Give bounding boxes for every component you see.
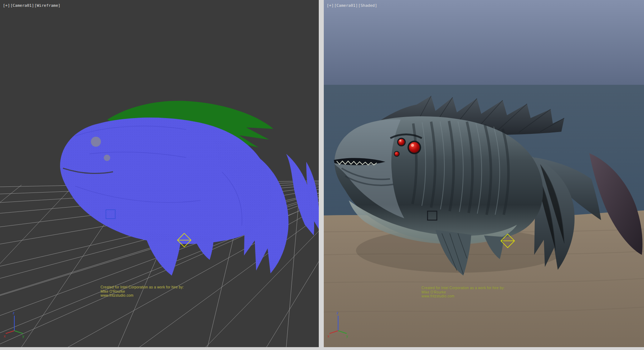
viewport-shading-menu[interactable]: [Wireframe] <box>34 3 60 8</box>
viewport-label-left: [+][Camera01][Wireframe] <box>3 3 61 8</box>
world-axis-tripod: z x y <box>4 310 29 339</box>
head-marking-small <box>104 155 110 161</box>
watermark-line-3: www.fritzstudio.com <box>421 294 505 298</box>
viewport-shading-menu[interactable]: [Shaded] <box>358 3 377 8</box>
viewport-general-menu[interactable]: [+] <box>3 3 10 8</box>
watermark-line-1: Created for Intel Corporation as a work … <box>421 286 505 290</box>
axis-z-label: z <box>336 311 338 315</box>
viewport-shaded[interactable]: [+][Camera01][Shaded] <box>324 0 644 347</box>
sky <box>324 0 644 85</box>
eye-large-highlight <box>411 144 414 147</box>
eye-small <box>395 152 399 156</box>
viewport-general-menu[interactable]: [+] <box>327 3 334 8</box>
world-axis-tripod: z x y <box>327 310 352 339</box>
axis-x-label: x <box>4 334 6 338</box>
axis-y-label: y <box>346 334 348 338</box>
frame-bottom-border <box>0 347 644 350</box>
axis-z-label: z <box>13 311 15 315</box>
axis-y-label: y <box>22 334 24 338</box>
scene-watermark: Created for Intel Corporation as a work … <box>421 286 505 298</box>
eye-medium <box>398 139 405 145</box>
watermark-line-3: www.fritzstudio.com <box>101 293 184 298</box>
watermark-line-1: Created for Intel Corporation as a work … <box>101 285 184 290</box>
watermark-line-2: Mike O'Rourke <box>101 290 184 294</box>
head-marking-large <box>91 137 101 147</box>
scene-watermark: Created for Intel Corporation as a work … <box>101 285 184 298</box>
axis-x-label: x <box>327 334 330 338</box>
viewport-pov-menu[interactable]: [Camera01] <box>10 3 34 8</box>
viewport-label-right: [+][Camera01][Shaded] <box>327 3 377 8</box>
viewport-pov-menu[interactable]: [Camera01] <box>334 3 358 8</box>
viewport-divider[interactable] <box>319 0 324 350</box>
dual-viewport-stage: [+][Camera01][Wireframe] <box>0 0 644 350</box>
eye-large <box>409 142 420 153</box>
viewport-wireframe[interactable]: [+][Camera01][Wireframe] <box>0 0 319 347</box>
watermark-line-2: Mike O'Rourke <box>421 290 505 295</box>
